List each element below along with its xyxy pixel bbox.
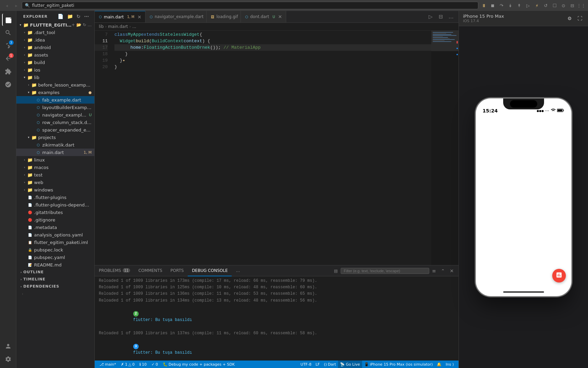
editor-layout-button[interactable]: ⊟ [568,1,576,10]
panel-list-view-btn[interactable]: ≡ [430,267,438,275]
tree-item-gitattributes[interactable]: 🔴 .gitattributes [16,209,94,216]
address-bar[interactable]: 🔍 flutter_egitim_paketi [22,2,478,9]
status-info-count[interactable]: ℹ 10 [137,361,149,368]
tab-ports[interactable]: PORTS [166,265,188,276]
simulator-settings-btn[interactable]: ⚙ [566,14,574,22]
tree-item-zikirmatik[interactable]: ⬡ zikirmatik.dart [16,141,94,149]
tree-item-pubspec-lock[interactable]: 🔒 pubspec.lock [16,246,94,254]
console-filter-input[interactable] [341,268,429,274]
refresh-root-btn[interactable]: ↻ [83,22,86,27]
panel-collapse-btn[interactable]: ⌃ [439,267,447,275]
status-debug[interactable]: 🐛 Debug my code + packages + SDK [161,361,237,368]
tree-item-dart-tool[interactable]: 📁 .dart_tool [16,29,94,36]
status-line-ending[interactable]: LF [313,361,322,368]
accounts-activity-icon[interactable] [2,340,14,352]
new-file-root-btn[interactable]: + [72,22,75,27]
hot-reload-button[interactable]: ⚡ [533,1,541,10]
forward-button[interactable]: ▸ [12,1,20,10]
tab-dont-dart-close[interactable]: ✕ [277,14,283,20]
tree-item-navigator-example[interactable]: ⬡ navigator_example.dart U [16,111,94,119]
minimap[interactable] [431,31,459,265]
tab-debug-console[interactable]: DEBUG CONSOLE [188,265,232,276]
tree-item-row-column[interactable]: ⬡ row_column_stack.dart [16,119,94,126]
status-problems-count[interactable]: ✓ 0 [150,361,160,368]
hot-restart-button[interactable]: ↺ [542,1,550,10]
tree-item-main-dart[interactable]: ⬡ main.dart 1, M [16,149,94,156]
new-folder-button[interactable]: 📁 [66,13,74,20]
status-language[interactable]: () Dart [322,361,338,368]
tree-item-ios[interactable]: 📁 ios [16,66,94,74]
tree-item-macos[interactable]: 📁 macos [16,164,94,171]
more-actions-btn[interactable]: … [446,12,456,21]
panel-close-btn[interactable]: ✕ [448,267,456,275]
tab-problems[interactable]: PROBLEMS 11 [95,265,134,276]
tab-navigator-example[interactable]: ⬡ navigator_example.dart U [145,11,207,23]
tree-item-android[interactable]: 📁 android [16,44,94,51]
panel-filter-btn[interactable]: ▤ [332,267,340,275]
tree-item-windows[interactable]: 📁 windows [16,186,94,194]
tree-item-projects[interactable]: 📁 projects [16,134,94,141]
tree-item-idea[interactable]: 📁 .idea [16,36,94,44]
dots-root-btn[interactable]: … [88,22,92,27]
source-control-activity-icon[interactable]: 3 [2,40,14,52]
tree-item-iml[interactable]: 📋 flutter_egitim_paketi.iml [16,239,94,246]
fab-button[interactable] [552,269,566,282]
settings-activity-icon[interactable] [2,353,14,365]
new-folder-root-btn[interactable]: 📂 [76,22,81,27]
step-over-button[interactable]: ↷ [497,1,506,10]
status-device[interactable]: 📱 iPhone 15 Pro Max (ios simulator) [362,361,435,368]
extensions-activity-icon[interactable] [2,65,14,78]
collapse-all-button[interactable]: ⋯ [83,13,90,20]
stop-button[interactable]: ⏹ [489,1,497,10]
tree-item-linux[interactable]: 📁 linux [16,156,94,164]
tree-item-flutter-plugins[interactable]: 📄 .flutter-plugins [16,194,94,201]
tab-comments[interactable]: COMMENTS [134,265,166,276]
step-out-button[interactable]: ↟ [515,1,523,10]
run-active-file-btn[interactable]: ▷ [426,12,435,21]
status-golive[interactable]: 📡 Go Live [338,361,362,368]
status-encoding[interactable]: UTF-8 [298,361,313,368]
console-output[interactable]: Reloaded 1 of 1009 libraries in 173ms (c… [95,276,459,361]
tree-item-readme[interactable]: 📝 README.md [16,261,94,269]
tree-item-spacer[interactable]: ⬡ spacer_expanded_example.... [16,126,94,134]
tree-item-analysis-options[interactable]: 📄 analysis_options.yaml [16,231,94,239]
tab-main-dart[interactable]: ⬡ main.dart 1, M ✕ [95,11,145,23]
tree-item-test[interactable]: 📁 test [16,171,94,179]
back-button[interactable]: ◂ [3,1,11,10]
tree-item-gitignore[interactable]: 🔴 .gitignore [16,216,94,224]
status-notifications[interactable]: 🔔 [435,361,444,368]
timeline-section-header[interactable]: › TIMELINE [16,276,94,283]
breadcrumb-main-dart[interactable]: main.dart [108,24,128,29]
tree-item-assets[interactable]: 📁 assets [16,51,94,59]
tree-item-fab-example[interactable]: ⬡ fab_example.dart [16,96,94,104]
tree-item-examples[interactable]: 📁 examples ● [16,89,94,96]
simulator-expand-btn[interactable]: ⛶ [576,14,584,22]
dependencies-section-header[interactable]: › DEPENDENCIES [16,283,94,290]
new-file-button[interactable]: 📄 [57,13,65,20]
outline-section-header[interactable]: › OUTLINE [16,269,94,276]
inspect-button[interactable]: ☐ [551,1,559,10]
project-root[interactable]: 📁 FLUTTER_EGITIM_... + 📂 ↻ … [16,21,94,29]
tree-item-web[interactable]: 📁 web [16,179,94,186]
remote-explorer-activity-icon[interactable] [2,78,14,91]
customize-button[interactable]: ⋮⋮ [577,1,585,10]
run-button[interactable]: ⏸ [480,1,488,10]
tree-item-build[interactable]: 📁 build [16,59,94,66]
breadcrumb-ellipsis[interactable]: ... [132,24,136,29]
tab-dont-dart[interactable]: ⬡ dont.dart U ✕ [241,11,286,23]
tree-item-lib[interactable]: 📁 lib [16,74,94,81]
tab-main-dart-close[interactable]: ✕ [137,14,143,20]
tree-item-flutter-plugins-dep[interactable]: 📄 .flutter-plugins-dependencies [16,201,94,209]
tree-item-metadata[interactable]: 📄 .metadata [16,224,94,231]
run-debug-activity-icon[interactable]: 1 [2,52,14,65]
search-activity-icon[interactable] [2,27,14,39]
refresh-button[interactable]: ↻ [75,13,82,20]
continue-button[interactable]: ▷ [524,1,532,10]
explorer-activity-icon[interactable] [2,14,14,26]
tree-item-layout-builder[interactable]: ⬡ layoutBuilderExample.dart [16,104,94,111]
tree-more-indicator[interactable]: › [16,290,94,297]
tab-loading-gif[interactable]: 🖼 loading.gif [207,11,241,23]
code-editor[interactable]: class MyApp extends StatelessWidget { Wi… [112,31,431,265]
step-into-button[interactable]: ↡ [506,1,514,10]
tree-item-before-lesson[interactable]: 📁 before_lesson_examples [16,81,94,89]
